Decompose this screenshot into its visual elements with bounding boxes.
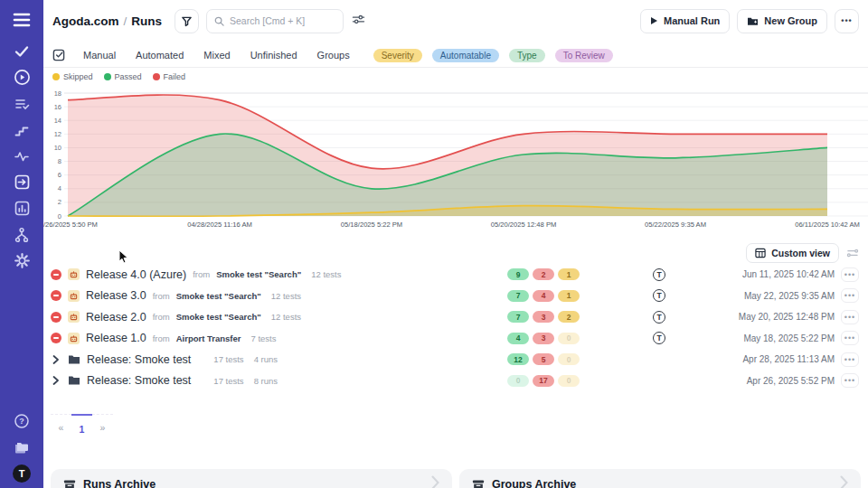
archive-chevron-icon	[431, 475, 439, 488]
pagination-prev[interactable]: «	[51, 414, 71, 435]
skipped-count-badge: 0	[558, 353, 580, 365]
runs-trend-chart[interactable]: 024681012141618/26/2025 5:50 PM04/28/202…	[43, 85, 868, 235]
tab-groups[interactable]: Groups	[317, 50, 350, 61]
pulse-activity-icon[interactable]	[0, 143, 43, 169]
row-menu-button[interactable]: •••	[841, 310, 859, 324]
run-source[interactable]: Airport Transfer	[176, 333, 241, 343]
tab-unfinished[interactable]: Unfinished	[250, 50, 297, 61]
passed-count-badge: 7	[507, 290, 529, 302]
legend-label: Failed	[164, 72, 186, 81]
run-date: Apr 28, 2025 11:13 AM	[731, 354, 835, 364]
run-title[interactable]: Release: Smoke test	[87, 353, 191, 366]
search-settings-sliders-icon[interactable]	[352, 13, 365, 29]
pagination-next[interactable]: »	[92, 414, 113, 435]
legend-item-skipped[interactable]: Skipped	[52, 72, 93, 81]
run-row[interactable]: Release 2.0 from Smoke test "Search" 12 …	[43, 306, 868, 328]
runs-list: Release 4.0 (Azure) from Smoke test "Sea…	[43, 264, 868, 391]
run-title[interactable]: Release 1.0	[86, 332, 146, 344]
run-title[interactable]: Release 3.0	[86, 289, 146, 302]
run-source[interactable]: Smoke test "Search"	[176, 312, 261, 322]
projects-folders-icon[interactable]	[0, 434, 43, 460]
run-source[interactable]: Smoke test "Search"	[216, 269, 301, 279]
run-date: Jun 11, 2025 10:42 AM	[731, 269, 835, 279]
tab-automated[interactable]: Automated	[136, 50, 184, 61]
run-date: May 20, 2025 12:48 PM	[731, 312, 835, 322]
play-icon	[650, 16, 658, 25]
automated-robot-icon	[68, 333, 80, 344]
expand-chevron-icon[interactable]	[51, 355, 61, 364]
plans-list-check-icon[interactable]	[0, 90, 43, 117]
failed-count-badge: 17	[533, 375, 554, 387]
settings-gear-icon[interactable]	[0, 248, 43, 274]
run-row[interactable]: Release 3.0 from Smoke test "Search" 12 …	[43, 286, 868, 307]
passed-count-badge: 7	[507, 311, 529, 323]
skipped-count-badge: 0	[558, 375, 580, 387]
expand-chevron-icon[interactable]	[51, 376, 61, 385]
search-icon	[214, 16, 224, 26]
search-box[interactable]	[206, 9, 344, 33]
row-menu-button[interactable]: •••	[841, 373, 859, 388]
reporter-t-icon: T	[653, 289, 665, 302]
app-logo[interactable]: T	[0, 460, 43, 486]
legend-item-failed[interactable]: Failed	[153, 72, 186, 81]
reports-chart-icon[interactable]	[0, 195, 43, 221]
result-badges: 1250	[507, 353, 587, 365]
passed-count-badge: 0	[507, 375, 529, 387]
filter-badge-to-review[interactable]: To Review	[555, 49, 613, 62]
header-more-button[interactable]: •••	[835, 9, 859, 33]
runs-play-icon[interactable]	[0, 64, 43, 90]
tab-manual[interactable]: Manual	[83, 50, 116, 61]
svg-text:?: ?	[19, 417, 24, 426]
failed-count-badge: 3	[533, 311, 554, 323]
manual-run-button[interactable]: Manual Run	[640, 9, 730, 33]
legend-item-passed[interactable]: Passed	[104, 72, 142, 81]
row-menu-button[interactable]: •••	[841, 352, 859, 367]
new-group-button[interactable]: New Group	[737, 9, 827, 33]
run-row[interactable]: Release: Smoke test 17 tests 4 runs 1250…	[43, 349, 868, 371]
run-row[interactable]: Release: Smoke test 17 tests 8 runs 0170…	[43, 371, 868, 392]
run-title[interactable]: Release 4.0 (Azure)	[86, 268, 186, 281]
groups-archive-card[interactable]: Groups Archive	[459, 469, 861, 488]
filter-badge-automatable[interactable]: Automatable	[432, 49, 499, 62]
skipped-count-badge: 2	[558, 311, 580, 323]
list-toolbar: Custom view	[43, 242, 868, 264]
tab-mixed[interactable]: Mixed	[203, 50, 230, 61]
sort-settings-icon[interactable]	[846, 248, 859, 258]
reporter-t-icon: T	[653, 268, 665, 281]
filter-badge-severity[interactable]: Severity	[373, 49, 422, 62]
run-title[interactable]: Release: Smoke test	[87, 374, 191, 387]
pagination: « 1 »	[51, 414, 113, 435]
breadcrumb-project[interactable]: Agoda.com	[52, 14, 119, 28]
select-runs-icon[interactable]	[52, 49, 65, 61]
reporter-t-icon: T	[653, 311, 665, 324]
result-badges: 430	[507, 333, 587, 344]
menu-icon[interactable]	[0, 2, 43, 38]
run-date: Apr 26, 2025 5:52 PM	[731, 376, 835, 386]
run-row[interactable]: Release 4.0 (Azure) from Smoke test "Sea…	[43, 264, 868, 286]
x-axis-label: 05/20/2025 12:48 PM	[491, 221, 557, 229]
custom-view-button[interactable]: Custom view	[746, 243, 839, 263]
y-tick-label: 10	[54, 144, 61, 152]
search-input[interactable]	[230, 15, 329, 26]
result-badges: 741	[507, 290, 587, 302]
pagination-page-1[interactable]: 1	[71, 414, 92, 435]
milestones-steps-icon[interactable]	[0, 117, 43, 143]
skipped-count-badge: 1	[558, 290, 580, 302]
filter-button[interactable]	[175, 9, 199, 33]
tests-check-icon[interactable]	[0, 38, 43, 64]
run-tests-count: 12 tests	[311, 269, 341, 279]
row-menu-button[interactable]: •••	[841, 331, 859, 345]
help-icon[interactable]: ?	[0, 408, 43, 434]
run-source[interactable]: Smoke test "Search"	[176, 291, 261, 301]
runs-archive-card[interactable]: Runs Archive	[51, 469, 452, 488]
run-title[interactable]: Release 2.0	[86, 311, 146, 324]
group-folder-icon	[68, 354, 80, 365]
filter-badge-type[interactable]: Type	[509, 49, 545, 62]
run-tests-count: 17 tests	[213, 354, 243, 364]
run-date: May 22, 2025 9:35 AM	[731, 291, 835, 301]
row-menu-button[interactable]: •••	[841, 288, 859, 303]
row-menu-button[interactable]: •••	[841, 267, 859, 282]
branches-git-icon[interactable]	[0, 221, 43, 248]
import-icon[interactable]	[0, 169, 43, 195]
run-row[interactable]: Release 1.0 from Airport Transfer 7 test…	[43, 328, 868, 350]
